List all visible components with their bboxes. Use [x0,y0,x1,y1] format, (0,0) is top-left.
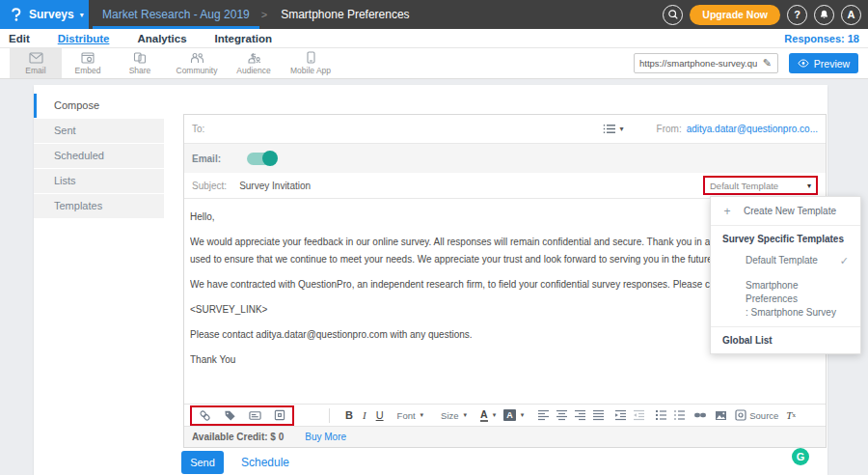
select-list-button[interactable]: ▾ [603,124,624,134]
insert-image-icon[interactable] [715,410,727,421]
top-header-bar: Surveys ▾ Market Research - Aug 2019 > S… [0,0,868,29]
email-enabled-toggle[interactable] [247,153,276,165]
underline-button[interactable]: U [376,409,384,421]
chevron-down-icon: ▾ [420,411,424,419]
chevron-down-icon: ▾ [464,411,468,419]
breadcrumb-survey-tab[interactable]: Market Research - Aug 2019 [93,0,259,29]
channel-tab-community[interactable]: Community [166,48,228,78]
breadcrumb-separator: > [259,0,269,29]
menu-section-survey-specific: Survey Specific Templates [711,226,860,248]
numbered-list-icon[interactable] [673,409,686,421]
channel-tab-share[interactable]: Share [114,48,166,78]
menu-option-smartphone-preferences[interactable]: Smartphone Preferences : Smartphone Surv… [711,272,860,326]
subject-label: Subject: [192,181,227,191]
search-button[interactable] [663,5,683,25]
survey-url-value: https://smartphone-survey.questionpro [635,58,757,69]
text-color-button[interactable]: A▾ [480,409,496,422]
preview-button[interactable]: Preview [789,53,858,73]
channel-tab-embed[interactable]: Embed [62,48,114,78]
sidebar-item-templates[interactable]: Templates [34,194,164,218]
tab-distribute[interactable]: Distribute [58,33,110,44]
help-button[interactable]: ? [787,5,807,25]
insert-embed-box-icon[interactable] [274,409,285,421]
increase-indent-icon[interactable] [614,409,627,421]
italic-button[interactable]: I [363,409,366,421]
from-email-value[interactable]: aditya.datar@questionpro.co... [687,124,818,134]
chevron-down-icon: ▾ [493,411,497,419]
to-label: To: [192,124,204,134]
sidebar-item-lists[interactable]: Lists [34,169,164,193]
schedule-link[interactable]: Schedule [241,451,289,474]
bold-button[interactable]: B [345,409,353,421]
toolbar-separator [329,408,330,423]
menu-option-default-template[interactable]: Default Template ✓ [711,248,860,272]
annotation-box-insert-tools [190,405,294,426]
bell-icon [819,9,829,20]
survey-url-field[interactable]: https://smartphone-survey.questionpro ✎ [634,53,778,73]
credit-row: Available Credit: $ 0 Buy More [184,426,826,447]
responses-count[interactable]: Responses: 18 [784,33,859,44]
sidebar-item-sent[interactable]: Sent [34,119,164,143]
hyperlink-icon[interactable] [693,410,707,420]
background-color-button[interactable]: A▾ [503,409,524,421]
tab-edit[interactable]: Edit [9,33,30,44]
chevron-down-icon: ▾ [807,182,811,190]
size-dropdown[interactable]: Size▾ [441,410,467,421]
source-button[interactable]: Source [735,409,778,421]
chevron-down-icon: ▾ [521,411,525,419]
plus-icon: + [711,205,744,218]
distribute-channel-bar: Email Embed Share Community Audience Mob… [0,48,868,79]
channel-tab-email[interactable]: Email [10,48,62,78]
share-pages-icon [133,52,147,64]
upgrade-now-button[interactable]: Upgrade Now [690,5,780,25]
check-icon: ✓ [840,255,849,267]
remove-format-button[interactable]: Tx [786,409,796,421]
notifications-button[interactable] [814,5,834,25]
from-label: From: [657,124,682,134]
justify-icon[interactable] [592,409,605,421]
template-select[interactable]: Default Template ▾ [703,176,818,195]
template-select-value: Default Template [710,181,807,191]
envelope-icon [29,52,43,64]
sidebar-item-scheduled[interactable]: Scheduled [34,144,164,168]
source-icon [735,409,746,421]
toggle-knob [262,151,278,166]
survey-section-nav: Edit Distribute Analytics Integration Re… [0,29,868,48]
account-avatar[interactable]: A [841,5,861,25]
grammarly-icon[interactable]: G [792,448,809,465]
sidebar-item-compose[interactable]: Compose [34,94,164,118]
contact-list-icon [603,124,616,134]
channel-tab-mobile-app[interactable]: Mobile App [280,48,341,78]
edit-url-pencil-icon[interactable]: ✎ [757,57,777,70]
search-icon [667,9,679,20]
send-button[interactable]: Send [181,451,224,474]
people-icon [190,52,204,64]
insert-card-icon[interactable] [249,410,261,421]
subject-row[interactable]: Subject: Survey Invitation Default Templ… [184,173,826,199]
align-center-icon[interactable] [556,409,568,421]
align-right-icon[interactable] [574,409,586,421]
tab-integration[interactable]: Integration [215,33,272,44]
insert-link-icon[interactable] [199,409,211,422]
product-name: Surveys [29,8,74,21]
insert-tag-icon[interactable] [224,409,236,422]
to-row[interactable]: To: ▾ From: aditya.datar@questionpro.co.… [184,115,826,144]
channel-tab-audience[interactable]: Audience [228,48,280,78]
template-dropdown-menu: + Create New Template Survey Specific Te… [710,196,861,354]
email-sidebar: Compose Sent Scheduled Lists Templates [34,94,164,219]
email-label: Email: [192,154,221,164]
font-dropdown[interactable]: Font▾ [397,410,424,421]
tab-analytics[interactable]: Analytics [137,33,186,44]
align-left-icon[interactable] [537,409,550,421]
decrease-indent-icon[interactable] [633,409,645,421]
questionpro-logo [9,8,23,22]
menu-item-create-new-template[interactable]: + Create New Template [711,197,860,226]
menu-section-global-list[interactable]: Global List [711,326,860,353]
paid-audience-icon [247,52,261,64]
bulleted-list-icon[interactable] [655,409,667,421]
chevron-down-icon: ▾ [620,125,624,133]
subject-value[interactable]: Survey Invitation [239,181,311,191]
buy-more-link[interactable]: Buy More [305,432,346,442]
product-switcher[interactable]: Surveys ▾ [0,0,89,29]
eye-icon [798,59,809,68]
